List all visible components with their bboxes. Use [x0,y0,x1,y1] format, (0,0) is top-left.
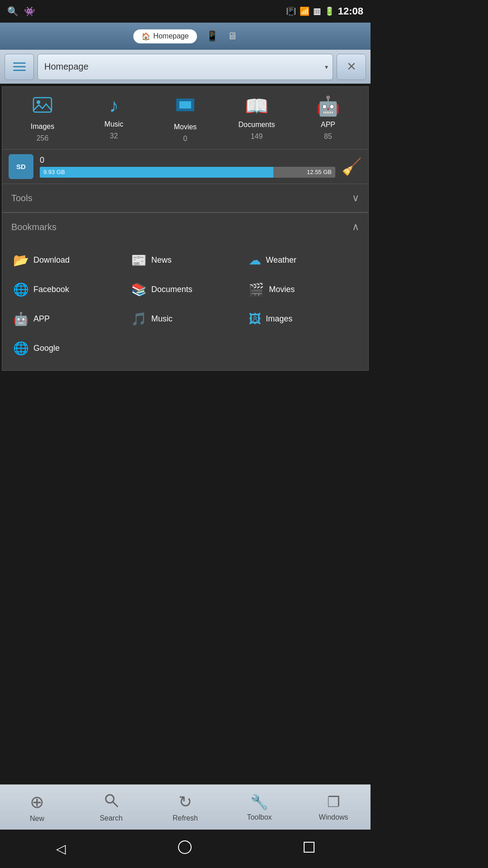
sd-badge: SD [9,154,33,179]
download-icon: 📂 [13,253,29,268]
bookmarks-header[interactable]: Bookmarks ∧ [2,212,368,241]
category-music[interactable]: ♪ Music 32 [78,95,150,143]
refresh-icon: ↻ [178,793,192,811]
bookmark-news-label: News [151,255,172,265]
nav-refresh[interactable]: ↻ Refresh [148,793,222,822]
category-images[interactable]: Images 256 [7,95,78,143]
back-button[interactable]: ◁ [56,841,66,856]
bm-movies-icon: 🎬 [249,282,264,297]
nav-new[interactable]: ⊕ New [0,792,74,823]
bookmark-download-label: Download [33,255,70,265]
menu-icon [13,62,26,71]
recents-square-icon [304,842,314,853]
tools-section: Tools ∨ [2,184,368,212]
bookmark-movies[interactable]: 🎬 Movies [244,275,362,304]
news-icon: 📰 [131,253,147,268]
nav-search[interactable]: Search [74,793,148,822]
tab-homepage[interactable]: 🏠 Homepage [133,29,197,43]
tools-header[interactable]: Tools ∨ [2,184,368,212]
app-icon: 🤖 [316,95,340,117]
desktop-icon[interactable]: 🖥 [227,30,237,42]
documents-label: Documents [239,121,275,129]
bm-images-icon: 🖼 [249,311,261,326]
bookmarks-section: Bookmarks ∧ 📂 Download 📰 News ☁ Weather … [2,212,368,370]
music-icon: ♪ [109,95,119,117]
sd-row: SD 0 9.93 GB 12.55 GB 🧹 [2,150,368,184]
storage-used-label: 9.93 GB [43,167,65,178]
documents-icon: 📖 [245,95,268,117]
tab-bar: 🏠 Homepage 📱 🖥 [0,23,371,50]
nav-windows-label: Windows [319,813,348,821]
bookmark-facebook-label: Facebook [33,285,69,294]
search-status-icon: 🔍 [7,6,19,17]
bookmarks-label: Bookmarks [11,222,56,232]
svg-rect-5 [176,99,194,101]
bookmark-facebook[interactable]: 🌐 Facebook [9,275,127,304]
browser-bar: Homepage ✕ [0,50,371,84]
nav-new-label: New [30,815,44,823]
storage-total-label: 12.55 GB [307,167,332,178]
nav-search-label: Search [100,814,123,822]
facebook-icon: 🌐 [13,282,29,297]
bookmark-documents-label: Documents [151,285,192,294]
close-button[interactable]: ✕ [337,54,366,80]
weather-icon: ☁ [249,253,261,268]
bookmarks-grid: 📂 Download 📰 News ☁ Weather 🌐 Facebook 📚… [2,241,368,370]
bookmark-app[interactable]: 🤖 APP [9,304,127,334]
bookmark-music-label: Music [151,314,173,324]
bookmark-download[interactable]: 📂 Download [9,245,127,275]
address-bar[interactable]: Homepage [38,54,333,80]
nav-toolbox-label: Toolbox [247,813,272,821]
storage-bar: 9.93 GB 12.55 GB [40,167,335,178]
tools-chevron-icon: ∨ [352,192,359,204]
nav-toolbox[interactable]: 🔧 Toolbox [222,793,296,821]
svg-rect-0 [33,98,52,112]
storage-labels: 9.93 GB 12.55 GB [40,167,335,178]
music-count: 32 [110,132,118,140]
clean-icon[interactable]: 🧹 [342,157,362,176]
images-label: Images [31,123,54,131]
home-icon: 🏠 [141,32,150,41]
recents-button[interactable] [304,842,314,856]
bookmark-news[interactable]: 📰 News [127,245,244,275]
bookmark-documents[interactable]: 📚 Documents [127,275,244,304]
music-label: Music [104,120,123,128]
app-count: 85 [324,132,332,141]
home-button[interactable] [178,840,192,857]
nav-windows[interactable]: ❐ Windows [296,793,371,821]
svg-point-1 [37,100,40,104]
status-bar: 🔍 👾 📳 📶 ▥ 🔋 12:08 [0,0,371,23]
wifi-icon: 📶 [300,6,310,16]
android-nav-bar: ◁ [0,830,371,868]
bookmark-weather[interactable]: ☁ Weather [244,245,362,275]
sd-info: 0 9.93 GB 12.55 GB [40,156,335,178]
sd-count: 0 [40,156,335,165]
category-app[interactable]: 🤖 APP 85 [292,95,364,143]
svg-line-8 [113,802,117,807]
close-icon: ✕ [347,60,357,74]
movies-label: Movies [174,123,197,131]
status-left-icons: 🔍 👾 [7,6,35,17]
battery-icon: 🔋 [324,6,334,16]
toolbox-icon: 🔧 [250,793,268,811]
category-movies[interactable]: Movies 0 [150,95,221,143]
movies-icon [175,95,195,119]
clock: 12:08 [338,5,363,17]
bm-app-icon: 🤖 [13,311,29,326]
images-icon [33,95,52,119]
new-icon: ⊕ [30,792,44,812]
bm-documents-icon: 📚 [131,282,147,297]
vibrate-icon: 📳 [286,6,296,16]
bookmark-google[interactable]: 🌐 Google [9,334,127,363]
bookmark-movies-label: Movies [269,285,295,294]
bottom-nav: ⊕ New Search ↻ Refresh 🔧 Toolbox ❐ Windo… [0,784,371,830]
bookmark-music[interactable]: 🎵 Music [127,304,244,334]
tab-homepage-label: Homepage [153,32,188,40]
windows-icon: ❐ [327,793,340,811]
bookmark-images[interactable]: 🖼 Images [244,304,362,334]
menu-button[interactable] [5,54,34,80]
google-icon: 🌐 [13,341,29,356]
bookmark-google-label: Google [33,344,60,353]
tablet-icon[interactable]: 📱 [206,30,218,42]
category-documents[interactable]: 📖 Documents 149 [221,95,292,143]
